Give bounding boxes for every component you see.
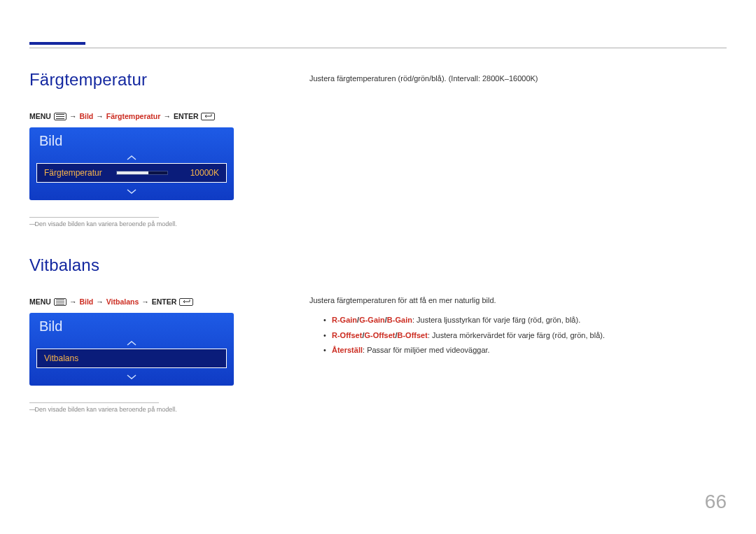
- breadcrumb-bild: Bild: [79, 112, 93, 120]
- page-number: 66: [705, 491, 727, 513]
- enter-icon: [201, 113, 215, 120]
- svg-rect-4: [56, 302, 64, 302]
- menu-icon: [54, 298, 66, 306]
- gain-desc: : Justera ljusstyrkan för varje färg (rö…: [412, 316, 580, 324]
- osd-chevron-down[interactable]: [29, 371, 234, 386]
- footnote-vitbalans: Den visade bilden kan variera beroende p…: [29, 406, 260, 413]
- term-g-offset: G-Offset: [364, 331, 395, 339]
- offset-desc: : Justera mörkervärdet för varje färg (r…: [428, 331, 605, 339]
- term-g-gain: G-Gain: [359, 316, 385, 324]
- breadcrumb-arrow: →: [96, 297, 104, 306]
- osd-row-fargtemperatur[interactable]: Färgtemperatur 10000K: [36, 163, 227, 183]
- osd-panel-vitbalans: Bild Vitbalans: [29, 313, 234, 386]
- term-aterstall: Återställ: [332, 346, 363, 354]
- osd-panel-fargtemperatur: Bild Färgtemperatur 10000K: [29, 127, 234, 200]
- osd-row-value: 10000K: [190, 168, 219, 178]
- left-column: Färgtemperatur MENU → Bild → Färgtempera…: [29, 70, 260, 441]
- breadcrumb-menu-label: MENU: [29, 297, 51, 306]
- breadcrumb-fargtemperatur-link: Färgtemperatur: [106, 112, 161, 120]
- breadcrumb-arrow: →: [69, 112, 77, 120]
- desc-fargtemperatur: Justera färgtemperaturen (röd/grön/blå).…: [309, 73, 727, 85]
- svg-rect-0: [56, 114, 64, 115]
- osd-slider-fill: [117, 171, 148, 174]
- term-r-gain: R-Gain: [332, 316, 357, 324]
- term-r-offset: R-Offset: [332, 331, 362, 339]
- header-accent: [29, 42, 85, 45]
- breadcrumb-enter-label: ENTER: [152, 297, 177, 306]
- osd-chevron-down[interactable]: [29, 185, 234, 200]
- breadcrumb-enter-label: ENTER: [174, 112, 199, 120]
- bullet-reset: Återställ: Passar för miljöer med videov…: [309, 344, 727, 357]
- bullet-gain: R-Gain/G-Gain/B-Gain: Justera ljusstyrka…: [309, 314, 727, 327]
- footnote-fargtemperatur: Den visade bilden kan variera beroende p…: [29, 220, 260, 227]
- osd-title: Bild: [39, 318, 224, 335]
- osd-row-label: Färgtemperatur: [44, 168, 111, 178]
- breadcrumb-arrow: →: [96, 112, 104, 120]
- breadcrumb-arrow: →: [141, 297, 149, 306]
- osd-chevron-up[interactable]: [29, 337, 234, 349]
- breadcrumb-vitbalans-link: Vitbalans: [106, 297, 139, 306]
- desc-vitbalans-intro: Justera färgtemperaturen för att få en m…: [309, 295, 727, 307]
- term-b-gain: B-Gain: [387, 316, 412, 324]
- osd-title: Bild: [39, 133, 224, 149]
- section-title-vitbalans: Vitbalans: [29, 255, 260, 275]
- svg-rect-5: [56, 304, 64, 304]
- header-rule: [29, 48, 727, 48]
- breadcrumb-arrow: →: [69, 297, 77, 306]
- thin-rule: [29, 402, 159, 403]
- svg-rect-1: [56, 116, 64, 117]
- osd-row-vitbalans[interactable]: Vitbalans: [36, 349, 227, 368]
- enter-icon: [179, 298, 193, 306]
- svg-rect-3: [56, 300, 64, 300]
- breadcrumb-menu-label: MENU: [29, 112, 51, 120]
- breadcrumb-arrow: →: [163, 112, 171, 120]
- breadcrumb-vitbalans: MENU → Bild → Vitbalans → ENTER: [29, 297, 260, 306]
- osd-chevron-up[interactable]: [29, 152, 234, 163]
- right-column: Justera färgtemperaturen (röd/grön/blå).…: [309, 70, 727, 441]
- svg-rect-2: [56, 118, 64, 119]
- breadcrumb-fargtemperatur: MENU → Bild → Färgtemperatur → ENTER: [29, 112, 260, 120]
- osd-slider-track[interactable]: [116, 171, 168, 175]
- osd-row-label: Vitbalans: [44, 353, 111, 363]
- section-title-fargtemperatur: Färgtemperatur: [29, 70, 260, 90]
- term-b-offset: B-Offset: [398, 331, 428, 339]
- bullet-list-vitbalans: R-Gain/G-Gain/B-Gain: Justera ljusstyrka…: [309, 314, 727, 357]
- thin-rule: [29, 217, 159, 218]
- menu-icon: [54, 113, 66, 120]
- bullet-offset: R-Offset/G-Offset/B-Offset: Justera mörk…: [309, 330, 727, 342]
- reset-desc: : Passar för miljöer med videoväggar.: [363, 346, 490, 354]
- breadcrumb-bild: Bild: [79, 297, 93, 306]
